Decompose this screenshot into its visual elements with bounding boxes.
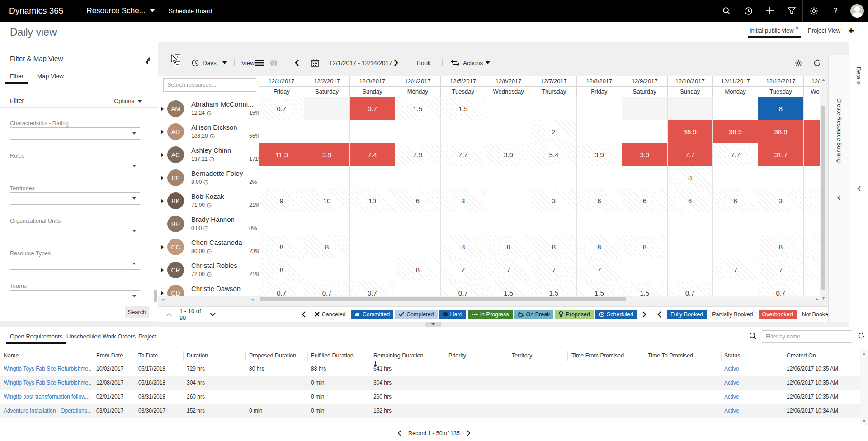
column-header-proposed-duration[interactable]: Proposed Duration bbox=[249, 350, 296, 361]
booking-block[interactable]: 36.9 bbox=[758, 120, 803, 143]
sidebar-scrollbar[interactable] bbox=[154, 290, 157, 302]
options-button[interactable]: Options bbox=[114, 98, 134, 104]
schedule-cell[interactable]: 36.9 bbox=[713, 120, 758, 143]
schedule-cell[interactable] bbox=[441, 212, 486, 235]
schedule-cell[interactable] bbox=[804, 281, 820, 296]
table-row[interactable]: Wingtip post-transformation follow...02/… bbox=[0, 390, 860, 404]
schedule-cell[interactable] bbox=[804, 166, 820, 189]
tab-filter[interactable]: Filter bbox=[10, 73, 24, 80]
schedule-cell[interactable]: 6 bbox=[577, 189, 622, 212]
column-header-12-6-2017[interactable]: 12/6/2017Wednesday bbox=[486, 76, 531, 97]
resource-row[interactable]: AMAbraham McCormi...12:2415% bbox=[158, 97, 259, 120]
schedule-cell[interactable]: 8 bbox=[622, 235, 667, 258]
resource-row[interactable]: BHBrady Hannon0:000% bbox=[158, 212, 259, 235]
table-row[interactable]: Wingtip Toys Fab Site Refurbishme...10/0… bbox=[0, 362, 860, 376]
column-header-territory[interactable]: Territory bbox=[512, 350, 532, 361]
schedule-cell[interactable]: 3 bbox=[531, 189, 576, 212]
resource-scroll-left-icon[interactable]: ◄ bbox=[160, 297, 165, 302]
schedule-cell[interactable]: 8 bbox=[758, 235, 803, 258]
filter-dropdown-resource-types[interactable] bbox=[10, 258, 140, 270]
filter-dropdown-territories[interactable] bbox=[10, 192, 140, 205]
schedule-cell[interactable] bbox=[577, 97, 622, 120]
brand-logo[interactable]: Dynamics 365 bbox=[0, 6, 76, 16]
column-header-from-date[interactable]: From Date bbox=[96, 350, 123, 361]
schedule-cell[interactable]: 7 bbox=[577, 258, 622, 281]
column-header-12-7-2017[interactable]: 12/7/2017Thursday bbox=[531, 76, 576, 97]
expand-icon[interactable] bbox=[161, 176, 164, 180]
user-avatar[interactable] bbox=[846, 0, 868, 22]
tab-map-view[interactable]: Map View bbox=[37, 73, 64, 80]
table-row[interactable]: Adventure Installation - Operations...03… bbox=[0, 404, 860, 418]
schedule-cell[interactable]: 7.7 bbox=[713, 143, 758, 166]
search-button[interactable]: Search bbox=[125, 306, 149, 318]
chevron-down-icon[interactable] bbox=[486, 55, 490, 70]
schedule-cell[interactable]: 6 bbox=[713, 189, 758, 212]
schedule-cell[interactable] bbox=[622, 166, 667, 189]
schedule-cell[interactable]: 10 bbox=[350, 189, 395, 212]
scroll-up-icon[interactable]: ▲ bbox=[862, 352, 866, 356]
resource-row[interactable]: BKBob Kozak71:0021% bbox=[158, 189, 259, 212]
schedule-cell[interactable]: 7 bbox=[441, 258, 486, 281]
schedule-cell[interactable] bbox=[577, 212, 622, 235]
schedule-cell[interactable]: 7.7 bbox=[441, 143, 486, 166]
scrollbar-thumb[interactable] bbox=[260, 297, 626, 301]
filter-dropdown-characteristics-rating[interactable] bbox=[10, 127, 140, 140]
status-link[interactable]: Active bbox=[724, 408, 739, 414]
filter-icon[interactable] bbox=[781, 0, 802, 22]
schedule-cell[interactable]: 3.9 bbox=[486, 143, 531, 166]
resource-row[interactable]: CDChristie Dawson bbox=[158, 281, 259, 296]
schedule-cell[interactable]: 7 bbox=[713, 258, 758, 281]
resource-row[interactable]: BFBernadette Foley8:002% bbox=[158, 166, 259, 189]
schedule-cell[interactable]: 3.9 bbox=[304, 143, 349, 166]
schedule-cell[interactable]: 0.7 bbox=[259, 281, 304, 296]
resource-row[interactable]: ACAshley Chinn137:11171% bbox=[158, 143, 259, 166]
schedule-cell[interactable] bbox=[486, 189, 531, 212]
sidebar-toggle-icon[interactable] bbox=[145, 59, 149, 65]
expand-panel-icon[interactable] bbox=[857, 186, 861, 191]
schedule-cell[interactable] bbox=[304, 212, 349, 235]
schedule-cell[interactable] bbox=[804, 120, 820, 143]
schedule-cell[interactable]: 1.5 bbox=[577, 281, 622, 296]
schedule-cell[interactable] bbox=[486, 166, 531, 189]
board-collapse-handle[interactable] bbox=[425, 322, 441, 327]
schedule-cell[interactable] bbox=[486, 212, 531, 235]
schedule-cell[interactable] bbox=[395, 212, 440, 235]
booking-block[interactable]: 3.9 bbox=[622, 143, 667, 166]
schedule-cell[interactable] bbox=[395, 120, 440, 143]
tab-open-requirements[interactable]: Open Requirements bbox=[10, 333, 62, 340]
schedule-cell[interactable]: 7.9 bbox=[395, 143, 440, 166]
schedule-cell[interactable]: 3 bbox=[758, 189, 803, 212]
schedule-cell[interactable]: 7 bbox=[758, 258, 803, 281]
expand-panel-icon[interactable] bbox=[837, 195, 841, 201]
schedule-cell[interactable] bbox=[668, 235, 713, 258]
schedule-cell[interactable] bbox=[758, 212, 803, 235]
requirement-link[interactable]: Adventure Installation - Operations... bbox=[4, 408, 91, 414]
schedule-cell[interactable]: 6 bbox=[668, 189, 713, 212]
list-view-icon[interactable] bbox=[255, 55, 264, 70]
table-row[interactable]: Wingtip Toys Fab Site Refurbishme...12/0… bbox=[0, 376, 860, 390]
board-refresh-icon[interactable] bbox=[813, 55, 821, 70]
schedule-cell[interactable] bbox=[304, 258, 349, 281]
column-header-name[interactable]: Name bbox=[4, 350, 19, 361]
column-header-12-10-2017[interactable]: 12/10/2017Sunday bbox=[668, 76, 713, 97]
column-header-12-1-2017[interactable]: 12/1/2017Friday bbox=[259, 76, 304, 97]
schedule-cell[interactable]: 1.5 bbox=[622, 281, 667, 296]
schedule-cell[interactable]: 6 bbox=[395, 189, 440, 212]
expand-icon[interactable] bbox=[161, 107, 164, 111]
scroll-up-icon[interactable]: ▲ bbox=[821, 77, 826, 82]
search-icon[interactable] bbox=[716, 0, 737, 22]
zoom-out-button[interactable]: − bbox=[175, 61, 180, 67]
tab-project-view[interactable]: Project View bbox=[808, 27, 840, 34]
column-header-12-4-2017[interactable]: 12/4/2017Monday bbox=[395, 76, 440, 97]
expand-icon[interactable] bbox=[161, 199, 164, 203]
schedule-cell[interactable]: 2 bbox=[531, 120, 576, 143]
booking-block[interactable]: 11.3 bbox=[259, 143, 304, 166]
schedule-cell[interactable] bbox=[350, 235, 395, 258]
schedule-cell[interactable]: 0.7 bbox=[758, 281, 803, 296]
schedule-cell[interactable] bbox=[531, 212, 576, 235]
search-icon[interactable] bbox=[749, 332, 757, 340]
scroll-down-icon[interactable]: ▼ bbox=[821, 296, 826, 300]
table-vertical-scrollbar[interactable]: ▲ ▼ bbox=[860, 350, 868, 425]
actions-button[interactable]: Actions bbox=[463, 55, 483, 70]
schedule-cell[interactable]: 36.9 bbox=[668, 120, 713, 143]
